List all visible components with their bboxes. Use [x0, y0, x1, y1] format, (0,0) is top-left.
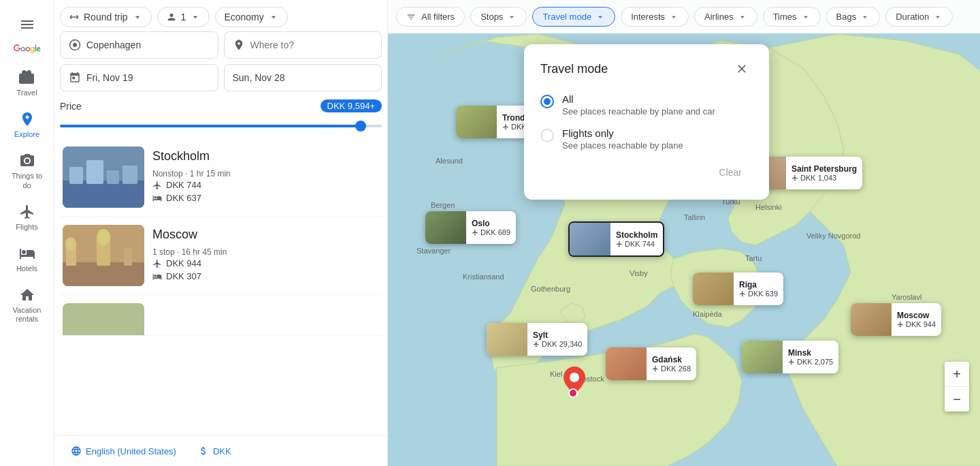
dest-input[interactable]	[250, 40, 374, 50]
date-to-input[interactable]: Sun, Nov 28	[224, 64, 382, 91]
all-travel-mode-option[interactable]: All See places reachable by plane and ca…	[540, 93, 753, 117]
menu-button[interactable]	[14, 8, 41, 44]
all-radio-label: All	[562, 93, 715, 105]
sidebar-item-explore[interactable]: Explore	[3, 104, 52, 146]
moscow-map-info2: Moscow DKK 944	[892, 308, 941, 331]
airlines-label: Airlines	[704, 12, 734, 22]
riga-map-card[interactable]: Riga DKK 639	[693, 273, 783, 305]
saint-petersburg-map-price: DKK 1,043	[791, 174, 857, 182]
dest-input-wrap[interactable]	[224, 31, 382, 59]
riga-map-img	[693, 273, 734, 305]
svg-rect-7	[122, 166, 137, 184]
trip-type-button[interactable]: Round trip	[60, 7, 152, 27]
svg-point-13	[97, 229, 110, 245]
flights-only-radio-sublabel: See places reachable by plane	[562, 140, 683, 151]
minsk-map-price: DKK 2,075	[788, 358, 833, 366]
sidebar-item-vacation[interactable]: Vacation rentals	[3, 280, 52, 330]
sylt-map-info: Sylt DKK 29,340	[527, 328, 587, 351]
moscow-map-city2: Moscow	[897, 311, 936, 320]
dialog-footer: Clear	[540, 161, 753, 183]
bags-label: Bags	[836, 12, 857, 22]
travel-mode-filter-button[interactable]: Travel mode	[532, 7, 615, 27]
dialog-title: Travel mode	[540, 62, 608, 76]
stockholm-map-price: DKK 744	[616, 240, 657, 248]
zoom-in-button[interactable]: +	[945, 362, 969, 386]
minsk-map-city: Minsk	[788, 348, 833, 358]
bags-filter-button[interactable]: Bags	[826, 7, 881, 27]
times-filter-button[interactable]: Times	[763, 7, 821, 27]
sidebar-item-hotels-label: Hotels	[16, 264, 37, 273]
sidebar-item-flights[interactable]: Flights	[3, 197, 52, 238]
moscow-detail: 1 stop · 16 hr 45 min	[152, 247, 379, 257]
sidebar-item-travel[interactable]: Travel	[3, 63, 52, 104]
times-label: Times	[773, 12, 797, 22]
sidebar: Travel Explore Things to do Flights Hote…	[0, 0, 54, 466]
class-button[interactable]: Economy	[215, 7, 287, 27]
stockholm-map-img	[570, 223, 610, 255]
date-from-input[interactable]: Fri, Nov 19	[60, 64, 218, 91]
moscow-flight-price: DKK 944	[152, 258, 379, 268]
moscow-card[interactable]: Moscow 1 stop · 16 hr 45 min DKK 944 DKK…	[60, 217, 382, 295]
minsk-map-card[interactable]: Minsk DKK 2,075	[742, 341, 838, 373]
oslo-map-img	[425, 211, 466, 244]
flights-only-travel-mode-option[interactable]: Flights only See places reachable by pla…	[540, 127, 753, 151]
oslo-map-card[interactable]: Oslo DKK 689	[425, 211, 516, 244]
moscow-flight-price-val: DKK 944	[166, 258, 201, 268]
sidebar-item-hotels[interactable]: Hotels	[3, 238, 52, 280]
language-button[interactable]: English (United States)	[65, 443, 182, 459]
all-filters-button[interactable]: All filters	[396, 7, 465, 27]
currency-button[interactable]: DKK	[193, 443, 237, 459]
duration-filter-button[interactable]: Duration	[885, 7, 953, 27]
stockholm-card[interactable]: Stockholm Nonstop · 1 hr 15 min DKK 744 …	[60, 138, 382, 217]
price-section: Price DKK 9,594+	[60, 99, 382, 130]
currency-label: DKK	[213, 446, 231, 456]
sidebar-item-things-label: Things to do	[8, 172, 46, 189]
origin-input[interactable]	[86, 40, 210, 50]
all-option-text: All See places reachable by plane and ca…	[562, 93, 715, 117]
stockholm-map-card[interactable]: Stockholm DKK 744	[568, 221, 664, 257]
sylt-map-price: DKK 29,340	[533, 340, 582, 348]
flights-only-option-text: Flights only See places reachable by pla…	[562, 127, 683, 151]
moscow-map-price2: DKK 944	[897, 320, 936, 328]
moscow-name: Moscow	[152, 228, 379, 242]
airlines-filter-button[interactable]: Airlines	[694, 7, 757, 27]
gdansk-map-card[interactable]: Gdańsk DKK 268	[606, 347, 696, 380]
gdansk-map-city: Gdańsk	[652, 355, 691, 364]
riga-map-city: Riga	[739, 280, 778, 290]
svg-rect-4	[69, 167, 83, 184]
svg-point-1	[73, 43, 77, 47]
stops-filter-button[interactable]: Stops	[470, 7, 527, 27]
moscow-hotel-price-val: DKK 307	[166, 271, 201, 281]
sidebar-item-things[interactable]: Things to do	[3, 146, 52, 196]
svg-point-16	[570, 373, 579, 382]
origin-input-wrap[interactable]	[60, 31, 218, 59]
stockholm-img	[63, 146, 144, 208]
bottom-bar: English (United States) DKK	[54, 435, 387, 466]
zoom-out-button[interactable]: −	[945, 387, 969, 411]
price-slider[interactable]	[60, 125, 382, 127]
stockholm-name: Stockholm	[152, 149, 379, 164]
svg-point-11	[65, 237, 76, 251]
sidebar-item-travel-label: Travel	[16, 89, 37, 97]
riga-map-info: Riga DKK 639	[734, 277, 783, 300]
dialog-header: Travel mode	[540, 58, 753, 80]
clear-button[interactable]: Clear	[708, 161, 753, 183]
stockholm-flight-price-val: DKK 744	[166, 180, 201, 190]
stops-label: Stops	[480, 12, 503, 22]
stockholm-hotel-price-val: DKK 637	[166, 193, 201, 203]
moscow-map-card2[interactable]: Moscow DKK 944	[851, 303, 941, 336]
riga-map-price: DKK 639	[739, 290, 778, 298]
dialog-close-button[interactable]	[731, 58, 753, 80]
destination-list: Stockholm Nonstop · 1 hr 15 min DKK 744 …	[54, 138, 387, 435]
sylt-map-card[interactable]: Sylt DKK 29,340	[487, 323, 587, 356]
interests-filter-button[interactable]: Interests	[621, 7, 689, 27]
passengers-button[interactable]: 1	[157, 7, 210, 27]
map-filters: All filters Stops Travel mode Interests …	[388, 0, 980, 33]
stockholm-map-info: Stockholm DKK 744	[610, 228, 663, 251]
passengers-label: 1	[181, 12, 186, 22]
oslo-map-price: DKK 689	[472, 228, 510, 236]
third-dest-card[interactable]	[60, 295, 382, 336]
date-from-label: Fri, Nov 19	[86, 72, 133, 83]
flights-only-radio-label: Flights only	[562, 127, 683, 139]
minsk-map-img	[742, 341, 783, 373]
